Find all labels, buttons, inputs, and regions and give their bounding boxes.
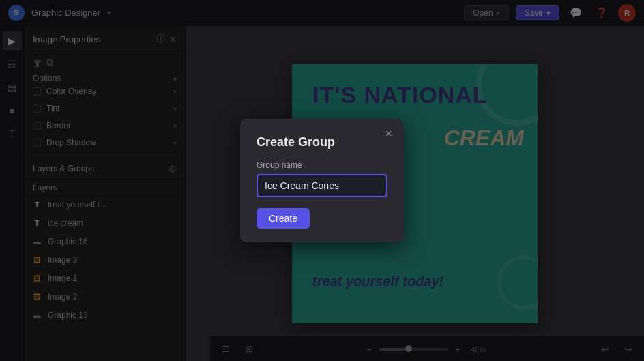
modal-title: Create Group [257, 135, 387, 149]
modal-close-icon[interactable]: ✕ [382, 127, 396, 141]
modal-overlay[interactable]: ✕ Create Group Group name Create [0, 0, 644, 361]
group-name-input[interactable] [257, 174, 387, 197]
create-group-modal: ✕ Create Group Group name Create [240, 119, 404, 242]
create-group-button[interactable]: Create [257, 208, 310, 229]
modal-group-name-label: Group name [257, 160, 387, 170]
create-button-label: Create [269, 213, 297, 224]
